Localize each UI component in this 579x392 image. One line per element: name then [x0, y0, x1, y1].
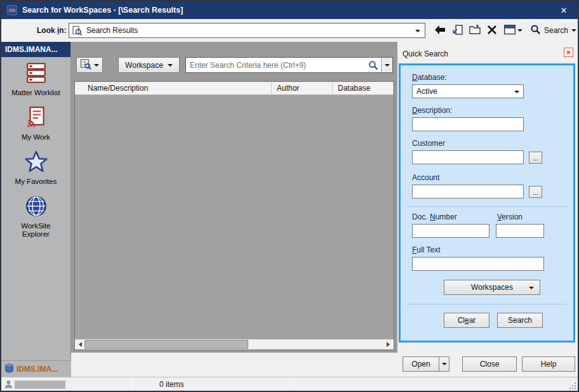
- results-list-header: Name/Description Author Database: [75, 82, 394, 95]
- chevron-down-icon: [529, 287, 534, 289]
- open-dropdown-button[interactable]: [439, 356, 449, 372]
- new-folder-icon: [469, 23, 481, 38]
- divider: [407, 206, 567, 207]
- look-in-combobox[interactable]: Search Results: [69, 23, 425, 38]
- database-label: Database:: [412, 73, 447, 82]
- change-view-button[interactable]: [502, 23, 517, 38]
- divider: [407, 304, 567, 304]
- search-button[interactable]: Search: [497, 313, 543, 328]
- sidebar-item-label: Matter Worklist: [7, 89, 65, 97]
- shortcut-sidebar: IDMS.IMANA... Matter Worklist My Work My…: [1, 42, 71, 377]
- account-browse-button[interactable]: ...: [529, 186, 542, 198]
- search-menu-label: Search: [544, 26, 568, 35]
- window-title: Search for WorkSpaces - [\Search Results…: [22, 6, 183, 15]
- doc-number-field[interactable]: [412, 224, 489, 238]
- scroll-right-icon: [387, 342, 390, 347]
- chevron-down-icon[interactable]: [415, 30, 420, 32]
- open-in-new-window-button[interactable]: [450, 23, 465, 38]
- quick-search-form: Database: Active Description: Customer .…: [399, 63, 575, 343]
- app-icon: im: [7, 5, 17, 15]
- clear-button[interactable]: Clear: [444, 313, 489, 328]
- close-button[interactable]: Close: [462, 356, 517, 372]
- chevron-down-icon: [168, 64, 173, 67]
- new-folder-button[interactable]: [467, 23, 482, 38]
- sidebar-item-my-favorites[interactable]: My Favorites: [1, 150, 70, 186]
- open-button[interactable]: Open: [403, 356, 439, 372]
- title-bar: im Search for WorkSpaces - [\Search Resu…: [1, 1, 578, 19]
- globe-icon: [24, 194, 48, 220]
- redacted-user-label: [15, 381, 65, 389]
- version-field[interactable]: [496, 224, 544, 238]
- search-location-icon: [72, 25, 83, 36]
- window-close-button[interactable]: ✕: [550, 1, 578, 19]
- sidebar-item-worksite-explorer[interactable]: WorkSite Explorer: [1, 194, 70, 238]
- column-header-author[interactable]: Author: [272, 82, 333, 95]
- user-icon: [4, 380, 13, 388]
- search-options-dropdown[interactable]: [381, 58, 392, 72]
- star-icon: [24, 150, 48, 176]
- customer-label: Customer: [412, 139, 445, 148]
- scroll-left-icon: [79, 342, 82, 347]
- horizontal-scrollbar[interactable]: [75, 339, 394, 350]
- back-button[interactable]: [432, 23, 448, 38]
- search-menu-button[interactable]: Search: [530, 23, 576, 38]
- help-button[interactable]: Help: [522, 356, 575, 372]
- customer-field[interactable]: [412, 150, 524, 164]
- statusbar-separator: [290, 379, 291, 389]
- full-text-field[interactable]: [412, 257, 544, 271]
- scroll-right-button[interactable]: [383, 339, 394, 350]
- search-icon[interactable]: [368, 60, 378, 70]
- search-icon: [530, 24, 541, 37]
- chevron-down-icon: [514, 91, 519, 93]
- database-select-value: Active: [416, 87, 437, 96]
- quick-search-pane: Quick Search ✕ Database: Active Descript…: [397, 42, 578, 353]
- look-in-label: Look in:: [37, 26, 67, 35]
- doc-number-label: Doc. Number: [412, 212, 457, 221]
- chevron-down-icon: [385, 64, 390, 67]
- view-icon: [503, 24, 516, 37]
- sidebar-item-matter-worklist[interactable]: Matter Worklist: [1, 61, 70, 97]
- chevron-down-icon: [442, 363, 447, 365]
- server-bottom-label: IDMS.IMA...: [17, 365, 58, 374]
- description-field[interactable]: [412, 117, 524, 131]
- search-criteria-input[interactable]: [186, 61, 368, 70]
- database-select[interactable]: Active: [412, 84, 524, 98]
- resize-grip[interactable]: [569, 382, 577, 390]
- delete-button[interactable]: [484, 23, 500, 38]
- account-field[interactable]: [412, 185, 524, 199]
- scrollbar-thumb[interactable]: [84, 340, 248, 349]
- chevron-down-icon: [571, 29, 576, 32]
- main-toolbar: Look in: Search Results Search: [1, 19, 578, 42]
- workspaces-scope-button[interactable]: Workspaces: [444, 280, 540, 295]
- workspace-scope-button[interactable]: Workspace: [118, 57, 180, 73]
- quick-search-title: Quick Search: [403, 49, 448, 58]
- sidebar-item-label: WorkSite Explorer: [17, 222, 55, 238]
- column-header-name-description[interactable]: Name/Description: [75, 82, 272, 95]
- sidebar-server-item[interactable]: IDMS.IMANA...: [1, 42, 70, 57]
- sidebar-item-my-work[interactable]: My Work: [1, 105, 70, 141]
- search-for-workspaces-window: im Search for WorkSpaces - [\Search Resu…: [0, 0, 579, 392]
- version-label: Version: [497, 212, 522, 221]
- database-icon: [4, 363, 14, 375]
- account-label: Account: [412, 173, 439, 182]
- results-view-button[interactable]: [76, 57, 103, 73]
- workspaces-scope-label: Workspaces: [471, 283, 513, 292]
- results-list-body: [75, 95, 394, 339]
- delete-icon: [486, 24, 498, 37]
- workspace-scope-label: Workspace: [125, 61, 163, 70]
- sidebar-item-label: My Favorites: [7, 178, 65, 186]
- full-text-label: Full Text: [412, 245, 440, 254]
- back-icon: [434, 23, 446, 38]
- sidebar-server-bottom-item[interactable]: IDMS.IMA...: [1, 360, 71, 377]
- column-header-database[interactable]: Database: [333, 82, 394, 95]
- chevron-down-icon[interactable]: [517, 29, 522, 32]
- results-area: Workspace Name/Description Author Databa…: [71, 42, 397, 353]
- matter-worklist-icon: [24, 61, 48, 87]
- dialog-footer: Open Close Help: [71, 353, 578, 377]
- sidebar-item-label: My Work: [7, 133, 65, 141]
- customer-browse-button[interactable]: ...: [529, 152, 542, 164]
- items-count: 0 items: [159, 380, 184, 389]
- search-criteria-box: [185, 57, 393, 73]
- new-window-icon: [451, 23, 464, 38]
- quick-search-close-button[interactable]: ✕: [564, 48, 573, 57]
